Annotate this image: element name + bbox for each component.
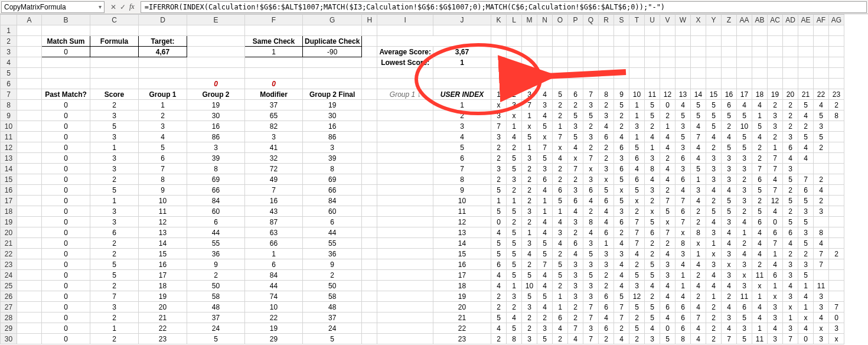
cell[interactable] (521, 57, 537, 68)
cell[interactable] (362, 249, 377, 259)
cell[interactable] (491, 47, 506, 57)
cell[interactable] (752, 57, 767, 68)
col-header-Q[interactable]: Q (583, 15, 598, 25)
cell[interactable] (598, 36, 614, 47)
cell[interactable] (567, 79, 583, 89)
cell[interactable] (362, 174, 377, 185)
cell[interactable] (537, 25, 552, 36)
cell[interactable] (506, 25, 521, 36)
cell[interactable] (629, 68, 644, 79)
cell[interactable] (245, 57, 303, 68)
row-header-8[interactable]: 8 (1, 100, 17, 110)
row-header-20[interactable]: 20 (1, 227, 17, 238)
cell[interactable] (90, 68, 139, 79)
cell[interactable] (377, 153, 433, 164)
cell[interactable] (767, 47, 782, 57)
col-header-AF[interactable]: AF (813, 15, 828, 25)
cell[interactable] (17, 217, 42, 227)
cell[interactable] (598, 57, 614, 68)
row-header-9[interactable]: 9 (1, 110, 17, 121)
col-header-K[interactable]: K (491, 15, 506, 25)
row-header-24[interactable]: 24 (1, 270, 17, 281)
cell[interactable] (629, 47, 644, 57)
cell[interactable] (139, 25, 187, 36)
cell[interactable] (17, 110, 42, 121)
cell[interactable] (813, 68, 828, 79)
cell[interactable] (752, 79, 767, 89)
cell[interactable] (813, 57, 828, 68)
col-header-E[interactable]: E (187, 15, 245, 25)
cell[interactable] (362, 68, 377, 79)
cell[interactable] (813, 25, 828, 36)
row-header-25[interactable]: 25 (1, 281, 17, 291)
cell[interactable] (660, 57, 675, 68)
cell[interactable] (245, 68, 303, 79)
col-header-L[interactable]: L (506, 15, 521, 25)
cell[interactable] (362, 132, 377, 142)
cell[interactable] (377, 291, 433, 302)
cell[interactable] (377, 110, 433, 121)
row-header-2[interactable]: 2 (1, 36, 17, 47)
cell[interactable] (187, 68, 245, 79)
cell[interactable] (17, 100, 42, 110)
col-header-I[interactable]: I (377, 15, 433, 25)
cell[interactable] (377, 164, 433, 174)
cell[interactable] (690, 79, 706, 89)
cell[interactable] (690, 47, 706, 57)
cell[interactable] (362, 206, 377, 217)
select-all-corner[interactable] (1, 15, 17, 25)
formula-cell-selected[interactable] (90, 47, 139, 57)
cell[interactable] (42, 25, 90, 36)
cell[interactable] (491, 79, 506, 89)
cell[interactable] (17, 68, 42, 79)
cell[interactable] (377, 313, 433, 323)
fx-icon[interactable]: fx (129, 2, 135, 11)
cell[interactable] (828, 79, 844, 89)
col-header-AB[interactable]: AB (752, 15, 767, 25)
cell[interactable] (139, 79, 187, 89)
cell[interactable] (17, 313, 42, 323)
cell[interactable] (552, 36, 567, 47)
row-header-5[interactable]: 5 (1, 68, 17, 79)
formula-bar[interactable]: =IFERROR(INDEX(Calculation!$G$6:$ALT$100… (141, 1, 867, 13)
cell[interactable] (552, 25, 567, 36)
cell[interactable] (17, 25, 42, 36)
col-header-Y[interactable]: Y (706, 15, 721, 25)
cell[interactable] (362, 121, 377, 132)
col-header-Z[interactable]: Z (721, 15, 736, 25)
cell[interactable] (377, 121, 433, 132)
cell[interactable] (377, 259, 433, 270)
col-header-R[interactable]: R (598, 15, 614, 25)
cell[interactable] (506, 57, 521, 68)
col-header-V[interactable]: V (660, 15, 675, 25)
cell[interactable] (362, 185, 377, 196)
cell[interactable] (377, 249, 433, 259)
cell[interactable] (17, 174, 42, 185)
cell[interactable] (567, 57, 583, 68)
cell[interactable] (583, 47, 598, 57)
col-header-J[interactable]: J (433, 15, 491, 25)
cell[interactable] (521, 36, 537, 47)
cell[interactable] (660, 79, 675, 89)
cell[interactable] (303, 79, 362, 89)
cell[interactable] (362, 313, 377, 323)
cell[interactable] (721, 47, 736, 57)
cell[interactable] (598, 79, 614, 89)
cell[interactable] (42, 68, 90, 79)
cell[interactable] (736, 25, 752, 36)
cell[interactable] (433, 79, 491, 89)
cell[interactable] (629, 25, 644, 36)
row-header-6[interactable]: 6 (1, 79, 17, 89)
cell[interactable] (736, 57, 752, 68)
cell[interactable] (828, 68, 844, 79)
cell[interactable] (644, 79, 660, 89)
cell[interactable] (362, 270, 377, 281)
cell[interactable] (644, 47, 660, 57)
cell[interactable] (828, 25, 844, 36)
cell[interactable] (567, 36, 583, 47)
cell[interactable] (187, 36, 245, 47)
cell[interactable] (187, 57, 245, 68)
name-box-dropdown-icon[interactable]: ▾ (99, 4, 102, 10)
cell[interactable] (583, 68, 598, 79)
cell[interactable] (362, 36, 377, 47)
